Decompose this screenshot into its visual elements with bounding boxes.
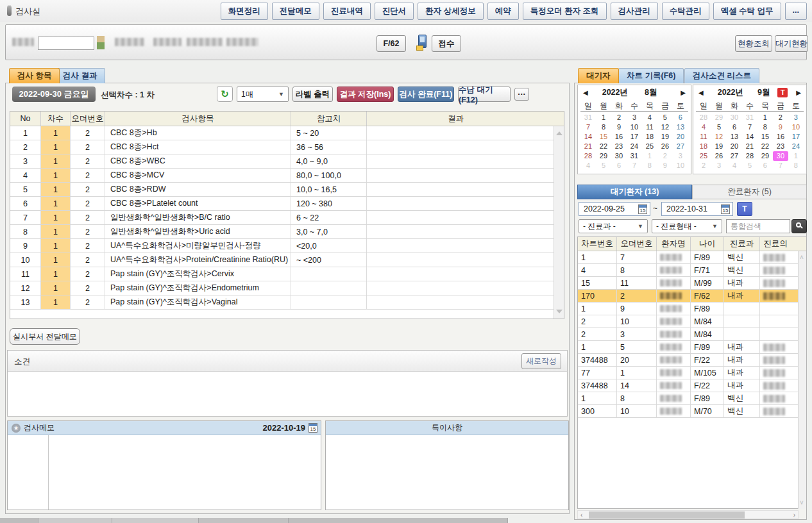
calendar-day[interactable]: 10 bbox=[673, 161, 688, 170]
calendar-icon[interactable]: 15 bbox=[721, 204, 730, 214]
refresh-icon[interactable]: ↻ bbox=[217, 86, 233, 102]
calendar-day[interactable]: 1 bbox=[642, 151, 657, 161]
exam-table-row[interactable]: 412CBC 8종>MCV80,0 ~ 100,0 bbox=[10, 169, 564, 183]
scroll-down-icon[interactable]: ˅ bbox=[800, 499, 804, 506]
calendar-day[interactable]: 9 bbox=[611, 122, 627, 132]
patient-row[interactable]: 19F/89 bbox=[578, 303, 806, 315]
patient-row[interactable]: 23M/84 bbox=[578, 328, 806, 341]
calendar-day[interactable]: 6 bbox=[673, 113, 688, 122]
calendar-day[interactable]: 5 bbox=[711, 122, 727, 132]
calendar-day[interactable]: 7 bbox=[580, 122, 596, 132]
calendar-day[interactable]: 3 bbox=[788, 113, 804, 122]
patient-row[interactable]: 30010M/70백신 bbox=[578, 405, 806, 418]
patient-table-scrollbar[interactable]: ˄˅ bbox=[798, 251, 806, 509]
calendar-day[interactable]: 8 bbox=[596, 122, 611, 132]
calendar-day[interactable]: 9 bbox=[657, 161, 673, 170]
exam-table-scrollbar[interactable] bbox=[554, 126, 564, 319]
calendar-day[interactable]: 22 bbox=[757, 142, 773, 151]
payment-wait-button[interactable]: 수납 대기(F12) bbox=[458, 87, 511, 102]
label-print-button[interactable]: 라벨 출력 bbox=[292, 87, 333, 102]
patient-row[interactable]: 37448814F/22내과 bbox=[578, 379, 806, 392]
dept-memo-button[interactable]: 실시부서 전달메모 bbox=[10, 328, 80, 345]
calendar-day[interactable]: 5 bbox=[742, 161, 757, 170]
exam-table-row[interactable]: 1112Pap stain (GY)^조직학검사>Cervix bbox=[10, 267, 564, 281]
exam-table-row[interactable]: 1212Pap stain (GY)^조직학검사>Endometrium bbox=[10, 281, 564, 295]
patient-row[interactable]: 210M/84 bbox=[578, 315, 806, 328]
calendar-day[interactable]: 25 bbox=[696, 151, 711, 161]
calendar-day[interactable]: 17 bbox=[788, 132, 804, 142]
phone-memo-icon[interactable] bbox=[416, 35, 429, 51]
calendar-day[interactable]: 6 bbox=[611, 161, 627, 170]
exam-table-row[interactable]: 612CBC 8종>PLatelet count120 ~ 380 bbox=[10, 197, 564, 211]
calendar-icon[interactable]: 15 bbox=[638, 204, 647, 214]
exam-table-row[interactable]: 912UA^특수요화학검사>미량알부민검사-정량<20,0 bbox=[10, 239, 564, 253]
waiting-status-button[interactable]: 대기현황 bbox=[775, 35, 808, 52]
patient-table-hscrollbar[interactable]: ‹ › bbox=[577, 510, 799, 519]
today-range-button[interactable]: T bbox=[737, 202, 752, 216]
calendar-day[interactable]: 29 bbox=[757, 151, 773, 161]
patient-row[interactable]: 771M/105내과 bbox=[578, 367, 806, 379]
calendar-day[interactable]: 15 bbox=[596, 132, 611, 142]
scroll-left-icon[interactable]: ‹ bbox=[580, 511, 582, 519]
toolbar-button[interactable]: 특정오더 환자 조회 bbox=[523, 3, 607, 20]
calendar-day[interactable]: 11 bbox=[642, 122, 657, 132]
exam-table-row[interactable]: 1312Pap stain (GY)^조직학검사>Vaginal bbox=[10, 295, 564, 310]
calendar-day[interactable]: 10 bbox=[627, 122, 642, 132]
calendar-day[interactable]: 7 bbox=[773, 161, 788, 170]
scroll-up-icon[interactable]: ˄ bbox=[800, 254, 804, 261]
exam-date-badge[interactable]: 2022-09-30 금요일 bbox=[12, 87, 96, 102]
patient-row[interactable]: 17F/89백신 bbox=[578, 251, 806, 264]
calendar-day[interactable]: 1 bbox=[596, 113, 611, 122]
calendar-day[interactable]: 2 bbox=[696, 161, 711, 170]
calendar-day[interactable]: 18 bbox=[696, 142, 711, 151]
calendar-day[interactable]: 26 bbox=[657, 142, 673, 151]
calendar-day[interactable]: 29 bbox=[596, 151, 611, 161]
calendar-day[interactable]: 10 bbox=[788, 122, 804, 132]
special-note-content[interactable] bbox=[326, 435, 568, 510]
search-button[interactable] bbox=[791, 219, 807, 233]
exam-table-row[interactable]: 212CBC 8종>Hct36 ~ 56 bbox=[10, 140, 564, 154]
calendar-day[interactable]: 24 bbox=[627, 142, 642, 151]
calendar-day[interactable]: 26 bbox=[711, 151, 727, 161]
calendar-day[interactable]: 28 bbox=[696, 113, 711, 122]
calendar-day[interactable]: 7 bbox=[627, 161, 642, 170]
exam-memo-content[interactable] bbox=[8, 435, 321, 510]
calendar-day[interactable]: 24 bbox=[788, 142, 804, 151]
calendar-day[interactable]: 19 bbox=[657, 132, 673, 142]
calendar-day[interactable]: 18 bbox=[642, 132, 657, 142]
calendar-day[interactable]: 30 bbox=[611, 151, 627, 161]
calendar-day[interactable]: 5 bbox=[657, 113, 673, 122]
toolbar-button[interactable]: 진료내역 bbox=[323, 3, 371, 20]
prev-month-icon[interactable]: ◀ bbox=[698, 89, 704, 96]
calendar-day[interactable]: 17 bbox=[627, 132, 642, 142]
calendar-day[interactable]: 13 bbox=[727, 132, 742, 142]
scroll-up-icon[interactable] bbox=[556, 131, 562, 135]
calendar-day[interactable]: 1 bbox=[757, 113, 773, 122]
toolbar-button[interactable]: 전달메모 bbox=[272, 3, 319, 20]
calendar-day[interactable]: 15 bbox=[757, 132, 773, 142]
today-button[interactable]: T bbox=[777, 88, 788, 97]
exam-complete-button[interactable]: 검사 완료(F11) bbox=[398, 87, 454, 102]
calendar-day[interactable]: 9 bbox=[773, 122, 788, 132]
calendar-day[interactable]: 4 bbox=[727, 161, 742, 170]
calendar-day[interactable]: 20 bbox=[727, 142, 742, 151]
scroll-down-icon[interactable] bbox=[556, 310, 562, 313]
calendar-day[interactable]: 8 bbox=[642, 161, 657, 170]
calendar-day[interactable]: 3 bbox=[711, 161, 727, 170]
calendar-day[interactable]: 8 bbox=[788, 161, 804, 170]
opinion-content[interactable] bbox=[8, 372, 567, 416]
calendar-day[interactable]: 28 bbox=[580, 151, 596, 161]
toolbar-button[interactable]: 화면정리 bbox=[221, 3, 268, 20]
patient-id-input[interactable] bbox=[38, 37, 94, 50]
calendar-day[interactable]: 4 bbox=[580, 161, 596, 170]
tab-chart-record[interactable]: 차트 기록(F6) bbox=[618, 68, 684, 83]
tab-exam-results[interactable]: 검사 결과 bbox=[55, 68, 105, 83]
calendar-day[interactable]: 27 bbox=[673, 142, 688, 151]
calendar-day[interactable]: 4 bbox=[696, 122, 711, 132]
calendar-day[interactable]: 14 bbox=[580, 132, 596, 142]
exam-table-row[interactable]: 312CBC 8종>WBC4,0 ~ 9,0 bbox=[10, 154, 564, 169]
exam-table-row[interactable]: 812일반생화학^일반생화학>Uric acid3,0 ~ 7,0 bbox=[10, 225, 564, 239]
calendar-day[interactable]: 2 bbox=[611, 113, 627, 122]
scrollbar-thumb[interactable] bbox=[589, 511, 745, 519]
calendar-day[interactable]: 3 bbox=[673, 151, 688, 161]
